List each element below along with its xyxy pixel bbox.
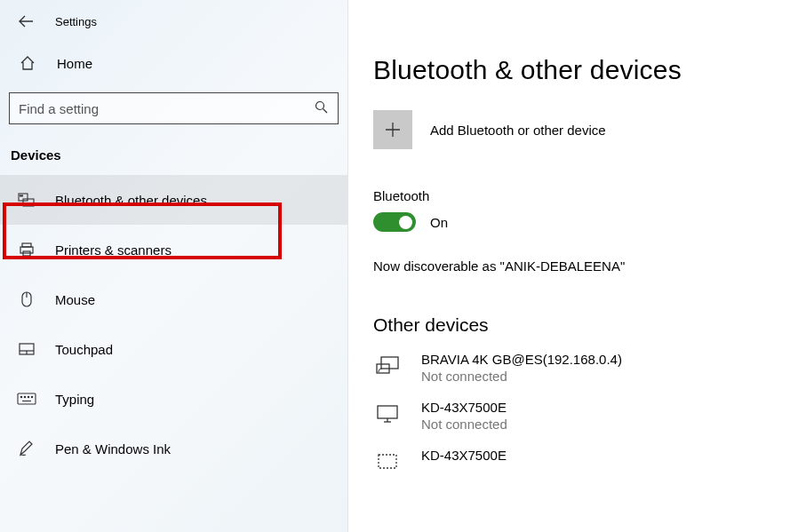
sidebar-item-typing[interactable]: Typing <box>0 374 347 424</box>
monitor-icon <box>373 400 402 428</box>
keyboard-icon <box>16 388 37 409</box>
app-title: Settings <box>55 15 97 28</box>
device-status: Not connected <box>421 369 622 384</box>
main-content: Bluetooth & other devices Add Bluetooth … <box>348 0 790 532</box>
svg-point-16 <box>28 396 28 397</box>
sidebar-item-pen[interactable]: Pen & Windows Ink <box>0 424 347 473</box>
search-box[interactable] <box>9 92 339 124</box>
device-generic-icon <box>373 448 402 476</box>
svg-point-17 <box>31 396 32 397</box>
cast-device-icon <box>373 352 402 380</box>
svg-rect-21 <box>378 406 397 418</box>
page-title: Bluetooth & other devices <box>373 0 790 85</box>
device-row[interactable]: KD-43X7500E <box>373 448 790 476</box>
svg-rect-24 <box>379 455 396 468</box>
mouse-icon <box>16 289 37 310</box>
svg-point-0 <box>315 102 323 110</box>
svg-rect-5 <box>22 243 31 247</box>
toggle-state-label: On <box>430 215 448 230</box>
touchpad-icon <box>16 338 37 360</box>
sidebar-item-label: Typing <box>55 392 94 407</box>
svg-point-3 <box>20 195 20 196</box>
svg-point-4 <box>21 195 22 196</box>
bluetooth-devices-icon <box>16 189 37 210</box>
back-button[interactable] <box>16 12 36 31</box>
sidebar-item-label: Bluetooth & other devices <box>55 193 207 208</box>
search-icon <box>313 100 329 116</box>
svg-rect-6 <box>20 247 33 253</box>
device-row[interactable]: KD-43X7500E Not connected <box>373 400 790 432</box>
sidebar-item-label: Touchpad <box>55 342 113 357</box>
sidebar-item-label: Printers & scanners <box>55 242 172 258</box>
bluetooth-toggle-row: On <box>373 212 790 232</box>
add-device-button[interactable]: Add Bluetooth or other device <box>373 110 790 149</box>
add-device-label: Add Bluetooth or other device <box>430 123 606 138</box>
search-input[interactable] <box>19 101 313 116</box>
home-label: Home <box>57 56 92 71</box>
svg-point-14 <box>20 396 21 397</box>
toggle-knob <box>399 216 412 229</box>
device-status: Not connected <box>421 417 507 432</box>
svg-rect-13 <box>18 393 36 404</box>
sidebar-item-mouse[interactable]: Mouse <box>0 274 347 324</box>
sidebar: Settings Home Devices Bluetooth & other … <box>0 0 348 532</box>
device-name: BRAVIA 4K GB@ES(192.168.0.4) <box>421 352 622 367</box>
discoverable-text: Now discoverable as "ANIK-DEBALEENA" <box>373 258 790 274</box>
sidebar-item-printers[interactable]: Printers & scanners <box>0 225 347 274</box>
home-icon <box>18 55 37 71</box>
device-name: KD-43X7500E <box>421 400 507 415</box>
sidebar-category: Devices <box>0 124 347 175</box>
sidebar-home[interactable]: Home <box>0 39 347 87</box>
sidebar-item-label: Pen & Windows Ink <box>55 441 171 457</box>
svg-rect-2 <box>23 199 34 206</box>
other-devices-heading: Other devices <box>373 314 790 336</box>
pen-icon <box>16 438 37 459</box>
bluetooth-section-label: Bluetooth <box>373 188 790 203</box>
sidebar-item-bluetooth[interactable]: Bluetooth & other devices <box>0 175 347 225</box>
back-arrow-icon <box>18 14 34 28</box>
device-name: KD-43X7500E <box>421 448 507 463</box>
plus-icon <box>373 110 412 149</box>
bluetooth-toggle[interactable] <box>373 212 416 232</box>
svg-point-15 <box>24 396 25 397</box>
device-row[interactable]: BRAVIA 4K GB@ES(192.168.0.4) Not connect… <box>373 352 790 384</box>
sidebar-item-touchpad[interactable]: Touchpad <box>0 324 347 374</box>
printer-icon <box>16 239 37 260</box>
sidebar-item-label: Mouse <box>55 292 95 307</box>
window-header: Settings <box>0 0 347 39</box>
